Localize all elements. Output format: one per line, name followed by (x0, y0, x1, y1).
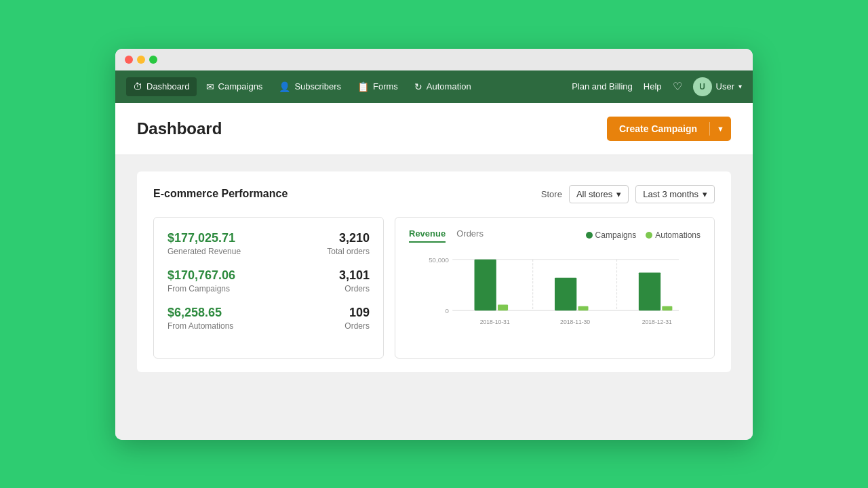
nav-left: ⏱ Dashboard ✉ Campaigns 👤 Subscribers 📋 … (126, 77, 572, 96)
legend-campaigns: Campaigns (586, 230, 637, 240)
forms-icon: 📋 (357, 81, 369, 92)
chart-tab-orders[interactable]: Orders (456, 228, 484, 243)
main-content: E-commerce Performance Store All stores … (115, 155, 753, 440)
stat-row-revenue: $177,025.71 Generated Revenue 3,210 Tota… (167, 231, 370, 256)
bar-nov-automations (578, 306, 588, 310)
time-dropdown-icon: ▾ (703, 189, 707, 199)
generated-revenue-value: $177,025.71 (167, 231, 241, 245)
user-avatar: U (693, 77, 712, 96)
y-label-0: 0 (445, 307, 449, 314)
legend-campaigns-label: Campaigns (595, 230, 637, 240)
bar-chart: 50,000 0 2018-10-31 2018-11-30 (409, 252, 701, 347)
campaign-orders-label: Orders (339, 284, 370, 293)
nav-item-automation[interactable]: ↻ Automation (408, 77, 478, 96)
nav-label-subscribers: Subscribers (294, 81, 341, 92)
nav-item-subscribers[interactable]: 👤 Subscribers (272, 77, 348, 96)
automation-orders-value: 109 (344, 306, 370, 320)
create-campaign-dropdown-arrow[interactable]: ▼ (710, 118, 731, 140)
chart-tab-revenue[interactable]: Revenue (409, 228, 446, 243)
from-automations-value: $6,258.65 (167, 306, 233, 320)
store-label: Store (541, 189, 562, 199)
ecommerce-controls: Store All stores ▾ Last 3 months ▾ (541, 185, 715, 203)
nav-label-dashboard: Dashboard (146, 81, 190, 92)
browser-titlebar (115, 49, 753, 70)
create-campaign-label: Create Campaign (607, 117, 709, 141)
store-dropdown-icon: ▾ (616, 189, 621, 199)
campaign-orders-value: 3,101 (339, 268, 370, 283)
user-menu[interactable]: U User ▾ (693, 77, 742, 96)
nav-label-forms: Forms (373, 81, 398, 92)
campaigns-icon: ✉ (206, 81, 214, 92)
chart-legend: Campaigns Automations (586, 230, 701, 240)
nav-label-automation: Automation (427, 81, 471, 92)
nav-label-campaigns: Campaigns (218, 81, 263, 92)
chart-container: 50,000 0 2018-10-31 2018-11-30 (409, 252, 701, 347)
bar-nov-campaigns (555, 277, 576, 310)
browser-window: ⏱ Dashboard ✉ Campaigns 👤 Subscribers 📋 … (115, 49, 753, 440)
stats-card: $177,025.71 Generated Revenue 3,210 Tota… (153, 217, 384, 359)
from-campaigns-label: From Campaigns (167, 284, 235, 293)
total-orders-label: Total orders (327, 247, 370, 256)
page-header: Dashboard Create Campaign ▼ (115, 103, 753, 155)
x-label-oct: 2018-10-31 (480, 318, 510, 325)
chart-header: Revenue Orders Campaigns Automations (409, 228, 701, 243)
bar-oct-campaigns (475, 259, 496, 310)
traffic-light-green[interactable] (149, 56, 157, 64)
user-chevron-icon: ▾ (738, 83, 742, 90)
dashboard-icon: ⏱ (133, 81, 142, 92)
time-dropdown-label: Last 3 months (643, 189, 698, 199)
create-campaign-button[interactable]: Create Campaign ▼ (607, 117, 731, 141)
ecommerce-header: E-commerce Performance Store All stores … (153, 185, 715, 203)
automation-icon: ↻ (414, 81, 422, 92)
legend-automations-dot (646, 232, 652, 239)
generated-revenue-label: Generated Revenue (167, 247, 241, 256)
total-orders-value: 3,210 (327, 231, 370, 245)
bar-oct-automations (498, 304, 508, 310)
time-dropdown[interactable]: Last 3 months ▾ (635, 185, 715, 203)
bar-dec-campaigns (639, 272, 660, 310)
x-label-nov: 2018-11-30 (560, 318, 590, 325)
nav-item-campaigns[interactable]: ✉ Campaigns (199, 77, 270, 96)
nav-item-dashboard[interactable]: ⏱ Dashboard (126, 77, 197, 96)
user-label: User (716, 81, 734, 92)
page-title: Dashboard (137, 119, 222, 138)
chart-card: Revenue Orders Campaigns Automations (395, 217, 715, 359)
from-automations-label: From Automations (167, 321, 233, 331)
nav-right: Plan and Billing Help ♡ U User ▾ (572, 77, 742, 96)
legend-campaigns-dot (586, 232, 593, 239)
nav-item-forms[interactable]: 📋 Forms (351, 77, 405, 96)
automation-orders-label: Orders (344, 321, 370, 331)
nav-bar: ⏱ Dashboard ✉ Campaigns 👤 Subscribers 📋 … (115, 70, 753, 103)
favorites-icon[interactable]: ♡ (673, 80, 682, 93)
traffic-light-yellow[interactable] (137, 56, 145, 64)
store-dropdown-label: All stores (576, 189, 612, 199)
bar-dec-automations (662, 306, 672, 310)
store-dropdown[interactable]: All stores ▾ (569, 185, 629, 203)
plan-billing-link[interactable]: Plan and Billing (572, 81, 633, 92)
from-campaigns-value: $170,767.06 (167, 268, 235, 283)
y-label-50k: 50,000 (429, 256, 449, 264)
help-link[interactable]: Help (644, 81, 662, 92)
subscribers-icon: 👤 (279, 81, 290, 92)
legend-automations: Automations (646, 230, 701, 240)
stat-row-campaigns: $170,767.06 From Campaigns 3,101 Orders (167, 268, 370, 293)
stat-row-automations: $6,258.65 From Automations 109 Orders (167, 306, 370, 331)
ecommerce-title: E-commerce Performance (153, 188, 288, 200)
legend-automations-label: Automations (655, 230, 701, 240)
ecommerce-section: E-commerce Performance Store All stores … (137, 171, 731, 372)
traffic-light-red[interactable] (125, 56, 133, 64)
stats-chart-row: $177,025.71 Generated Revenue 3,210 Tota… (153, 217, 715, 359)
chart-tabs: Revenue Orders (409, 228, 484, 243)
x-label-dec: 2018-12-31 (642, 318, 672, 325)
